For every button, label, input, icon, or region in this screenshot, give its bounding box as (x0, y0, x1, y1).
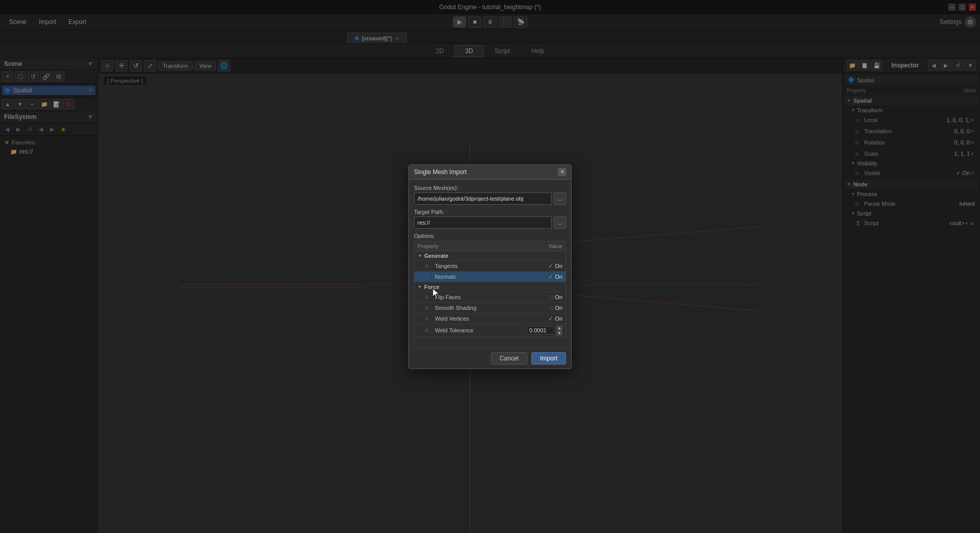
dialog-body: Source Mesh(es): … Target Path: … Option… (409, 180, 571, 348)
weld-vertices-on-label: On (555, 316, 562, 322)
weld-tolerance-stepper: ▲ ▼ (556, 326, 562, 335)
options-table: Property Value ▼ Generate ⊞ Tangents ✓ O… (414, 241, 566, 337)
normals-row[interactable]: ⊞ Normals ✓ On (414, 272, 566, 282)
weld-tolerance-icon: ⊞ (425, 328, 433, 333)
dialog-overlay: Single Mesh Import ✕ Source Mesh(es): … … (0, 0, 980, 533)
source-path-input[interactable] (414, 192, 552, 205)
flip-faces-icon: ⊞ (425, 295, 433, 300)
normals-icon: ⊞ (425, 274, 433, 279)
tangents-row[interactable]: ⊞ Tangents ✓ On (414, 261, 566, 272)
weld-tolerance-input[interactable] (527, 326, 555, 334)
normals-val: ✓ On (548, 273, 562, 280)
target-browse-btn[interactable]: … (554, 216, 566, 229)
tangents-on-label: On (555, 263, 562, 269)
smooth-shading-prop: Smooth Shading (435, 305, 548, 311)
weld-vertices-val: ✓ On (548, 315, 562, 322)
cancel-button[interactable]: Cancel (491, 352, 527, 365)
generate-section-name: Generate (424, 253, 449, 259)
weld-vertices-icon: ⊞ (425, 316, 433, 321)
force-section-row[interactable]: ▼ Force (414, 282, 566, 292)
smooth-shading-on-label: On (555, 305, 562, 311)
weld-tolerance-val: ▲ ▼ (527, 326, 562, 335)
target-path-row: … (414, 216, 566, 229)
flip-faces-val: □ On (550, 294, 562, 301)
dialog-titlebar: Single Mesh Import ✕ (409, 165, 571, 180)
flip-faces-row[interactable]: ⊞ Flip Faces □ On (414, 292, 566, 303)
target-label: Target Path: (414, 209, 566, 215)
target-path-input[interactable] (414, 216, 552, 229)
flip-faces-checkbox[interactable]: □ (550, 294, 553, 301)
force-arrow: ▼ (418, 284, 422, 289)
options-col-value: Value (490, 243, 562, 249)
dialog-title: Single Mesh Import (414, 168, 467, 176)
weld-up-btn[interactable]: ▲ (556, 326, 562, 330)
normals-checkbox[interactable]: ✓ (548, 273, 553, 280)
options-label: Options: (414, 233, 566, 239)
smooth-shading-row[interactable]: ⊞ Smooth Shading □ On (414, 303, 566, 313)
weld-vertices-row[interactable]: ⊞ Weld Vertices ✓ On (414, 313, 566, 324)
smooth-shading-checkbox[interactable]: □ (550, 304, 553, 311)
source-path-row: … (414, 192, 566, 205)
weld-tolerance-prop: Weld Tolerance (435, 327, 525, 333)
weld-vertices-prop: Weld Vertices (435, 316, 546, 322)
smooth-shading-icon: ⊞ (425, 305, 433, 310)
import-dialog: Single Mesh Import ✕ Source Mesh(es): … … (408, 164, 572, 369)
normals-on-label: On (555, 274, 562, 280)
dialog-close-btn[interactable]: ✕ (558, 168, 566, 176)
force-section-name: Force (424, 284, 439, 290)
tangents-checkbox[interactable]: ✓ (548, 262, 553, 270)
tangents-val: ✓ On (548, 262, 562, 270)
dialog-footer: Cancel Import (409, 348, 571, 369)
generate-section-row[interactable]: ▼ Generate (414, 251, 566, 261)
flip-faces-prop: Flip Faces (435, 294, 548, 300)
normals-prop: Normals (435, 274, 546, 280)
generate-arrow: ▼ (418, 253, 422, 258)
options-col-property: Property (418, 243, 490, 249)
source-label: Source Mesh(es): (414, 185, 566, 191)
flip-faces-on-label: On (555, 294, 562, 300)
weld-down-btn[interactable]: ▼ (556, 331, 562, 335)
import-button[interactable]: Import (531, 352, 566, 365)
smooth-shading-val: □ On (550, 304, 562, 311)
source-browse-btn[interactable]: … (554, 192, 566, 205)
tangents-prop: Tangents (435, 263, 546, 269)
weld-tolerance-row[interactable]: ⊞ Weld Tolerance ▲ ▼ (414, 324, 566, 337)
weld-vertices-checkbox[interactable]: ✓ (548, 315, 553, 322)
options-col-headers: Property Value (414, 241, 566, 251)
tangents-icon: ⊞ (425, 263, 433, 269)
